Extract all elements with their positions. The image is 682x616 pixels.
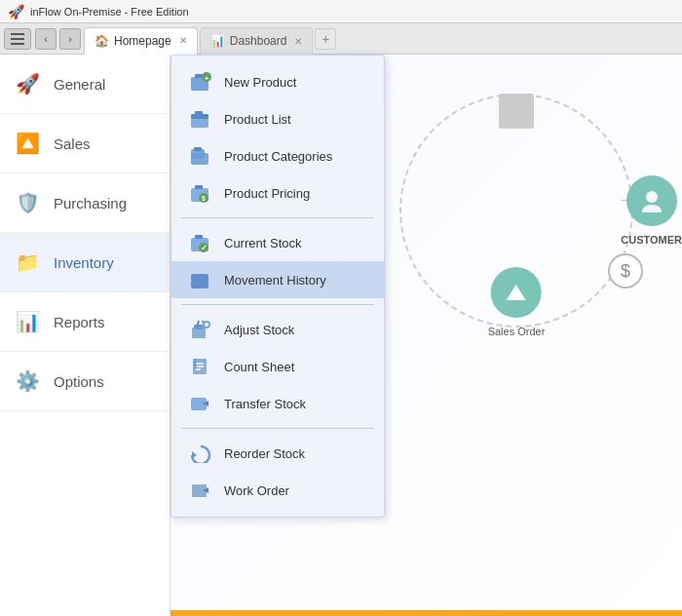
menu-item-current-stock[interactable]: ✓ Current Stock bbox=[171, 224, 384, 261]
sales-icon: 🔼 bbox=[16, 132, 40, 155]
transfer-stock-label: Transfer Stock bbox=[224, 397, 306, 411]
tab-dashboard[interactable]: 📊 Dashboard ✕ bbox=[200, 27, 314, 55]
sidebar-item-purchasing[interactable]: 🛡️ Purchasing bbox=[0, 173, 170, 233]
current-stock-icon: ✓ bbox=[187, 232, 214, 253]
sidebar: 🚀 General 🔼 Sales 🛡️ Purchasing 📁 Invent… bbox=[0, 55, 170, 616]
divider-1 bbox=[181, 217, 374, 218]
reorder-stock-label: Reorder Stock bbox=[224, 446, 305, 461]
svg-text:3: 3 bbox=[194, 364, 197, 369]
dashboard-tab-close[interactable]: ✕ bbox=[294, 36, 302, 47]
menu-item-product-list[interactable]: Product List bbox=[171, 100, 384, 137]
sales-order-label: Sales Order bbox=[488, 326, 546, 337]
menu-item-work-order[interactable]: Work Order bbox=[171, 472, 384, 509]
product-categories-icon bbox=[187, 145, 214, 167]
back-button[interactable]: ‹ bbox=[35, 28, 57, 50]
svg-rect-3 bbox=[195, 74, 203, 78]
menu-item-movement-history[interactable]: Movement History bbox=[171, 261, 384, 298]
title-bar: 🚀 inFlow On-Premise - Free Edition bbox=[0, 0, 682, 23]
sidebar-label-general: General bbox=[54, 76, 105, 93]
purchasing-icon: 🛡️ bbox=[16, 191, 40, 214]
tab-homepage[interactable]: 🏠 Homepage ✕ bbox=[84, 27, 198, 55]
movement-history-icon bbox=[187, 269, 214, 290]
diagram-node-customer: CUSTOMER bbox=[621, 175, 682, 246]
current-stock-label: Current Stock bbox=[224, 236, 301, 250]
dashboard-tab-label: Dashboard bbox=[230, 34, 287, 48]
sidebar-item-general[interactable]: 🚀 General bbox=[0, 55, 170, 114]
new-tab-button[interactable]: + bbox=[315, 28, 336, 50]
new-product-label: New Product bbox=[224, 75, 296, 90]
menu-item-transfer-stock[interactable]: Transfer Stock bbox=[171, 385, 384, 422]
count-sheet-icon: 1 2 3 bbox=[187, 356, 214, 377]
diagram-arrow: → bbox=[618, 191, 633, 209]
homepage-tab-label: Homepage bbox=[114, 34, 171, 48]
sidebar-item-reports[interactable]: 📊 Reports bbox=[0, 292, 170, 352]
sidebar-item-options[interactable]: ⚙️ Options bbox=[0, 352, 170, 411]
menu-item-count-sheet[interactable]: 1 2 3 Count Sheet bbox=[171, 348, 384, 385]
sidebar-item-inventory[interactable]: 📁 Inventory bbox=[0, 233, 170, 292]
product-list-icon bbox=[187, 108, 214, 130]
homepage-tab-close[interactable]: ✕ bbox=[179, 35, 187, 46]
svg-marker-38 bbox=[507, 285, 526, 300]
menu-item-product-categories[interactable]: Product Categories bbox=[171, 137, 384, 174]
app-title: inFlow On-Premise - Free Edition bbox=[30, 6, 189, 18]
svg-text:✓: ✓ bbox=[201, 244, 208, 252]
sidebar-label-sales: Sales bbox=[54, 135, 91, 152]
menu-item-product-pricing[interactable]: $ Product Pricing bbox=[171, 174, 384, 212]
new-product-icon: + bbox=[187, 71, 214, 93]
product-pricing-icon: $ bbox=[187, 182, 214, 204]
tab-bar: ‹ › 🏠 Homepage ✕ 📊 Dashboard ✕ + bbox=[0, 23, 682, 55]
svg-point-39 bbox=[646, 191, 658, 203]
svg-text:+: + bbox=[205, 74, 209, 83]
svg-rect-20 bbox=[194, 325, 204, 329]
adjust-stock-icon bbox=[187, 319, 214, 340]
reports-icon: 📊 bbox=[16, 310, 40, 333]
svg-rect-9 bbox=[194, 147, 202, 151]
inventory-icon: 📁 bbox=[16, 250, 40, 274]
diagram-node-dollar: $ bbox=[608, 253, 643, 289]
dashboard-tab-icon: 📊 bbox=[210, 34, 225, 48]
svg-rect-18 bbox=[191, 274, 208, 289]
general-icon: 🚀 bbox=[16, 72, 40, 96]
orange-accent-bar bbox=[170, 610, 682, 616]
movement-history-label: Movement History bbox=[224, 273, 326, 288]
product-categories-label: Product Categories bbox=[224, 149, 332, 164]
menu-item-new-product[interactable]: + New Product bbox=[171, 63, 384, 100]
sidebar-item-sales[interactable]: 🔼 Sales bbox=[0, 114, 170, 173]
sidebar-label-inventory: Inventory bbox=[54, 254, 114, 271]
menu-item-reorder-stock[interactable]: Reorder Stock bbox=[171, 435, 384, 472]
diagram-node-top bbox=[499, 94, 534, 129]
svg-rect-6 bbox=[195, 111, 203, 115]
count-sheet-label: Count Sheet bbox=[224, 360, 294, 374]
main-layout: 🚀 General 🔼 Sales 🛡️ Purchasing 📁 Invent… bbox=[0, 55, 682, 616]
svg-marker-35 bbox=[192, 451, 197, 459]
workflow-diagram: Sales Order CUSTOMER $ → bbox=[380, 74, 653, 347]
sidebar-label-options: Options bbox=[54, 373, 104, 390]
divider-2 bbox=[181, 304, 374, 305]
sidebar-label-purchasing: Purchasing bbox=[54, 195, 127, 212]
svg-rect-15 bbox=[195, 235, 203, 239]
work-order-icon bbox=[187, 480, 214, 501]
product-list-label: Product List bbox=[224, 112, 291, 127]
forward-button[interactable]: › bbox=[59, 28, 81, 50]
options-icon: ⚙️ bbox=[16, 369, 40, 393]
divider-3 bbox=[181, 428, 374, 429]
diagram-node-sales-order: Sales Order bbox=[488, 267, 546, 337]
app-icon: 🚀 bbox=[8, 4, 24, 19]
menu-button[interactable] bbox=[4, 28, 31, 50]
svg-text:$: $ bbox=[202, 195, 206, 203]
svg-rect-11 bbox=[195, 185, 203, 189]
sidebar-label-reports: Reports bbox=[54, 314, 105, 330]
transfer-stock-icon bbox=[187, 393, 214, 414]
reorder-stock-icon bbox=[187, 443, 214, 464]
inventory-dropdown-menu: + New Product Product List bbox=[170, 55, 385, 518]
menu-item-adjust-stock[interactable]: Adjust Stock bbox=[171, 311, 384, 348]
product-pricing-label: Product Pricing bbox=[224, 186, 310, 201]
homepage-tab-icon: 🏠 bbox=[95, 34, 109, 48]
adjust-stock-label: Adjust Stock bbox=[224, 323, 294, 337]
customer-label: CUSTOMER bbox=[621, 234, 682, 246]
work-order-label: Work Order bbox=[224, 483, 289, 498]
